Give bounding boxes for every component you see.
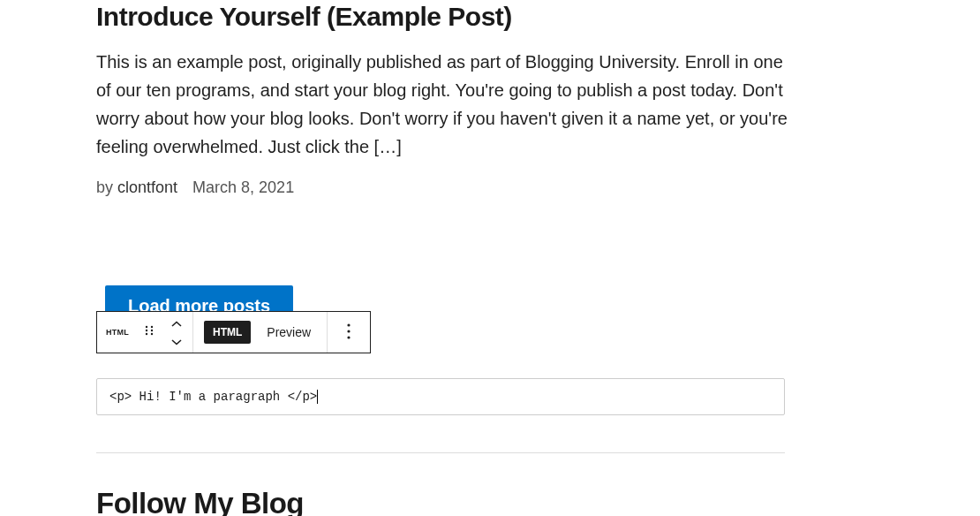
svg-point-5 xyxy=(151,333,153,335)
svg-point-0 xyxy=(146,326,147,328)
section-divider xyxy=(96,452,785,453)
post-title: Introduce Yourself (Example Post) xyxy=(96,2,884,32)
post-author[interactable]: clontfont xyxy=(117,178,177,196)
html-tab-button[interactable]: HTML xyxy=(193,312,251,353)
chevron-up-icon xyxy=(171,317,182,330)
svg-point-4 xyxy=(146,333,147,335)
post-meta: by clontfont March 8, 2021 xyxy=(96,178,884,197)
svg-point-1 xyxy=(151,326,153,328)
by-prefix: by xyxy=(96,178,117,196)
chevron-down-icon xyxy=(171,335,182,348)
html-tab-label: HTML xyxy=(204,321,251,344)
post-title-link[interactable]: Introduce Yourself (Example Post) xyxy=(96,2,512,31)
block-type-button[interactable]: HTML xyxy=(97,312,138,353)
move-up-button[interactable] xyxy=(161,315,192,331)
preview-tab-button[interactable]: Preview xyxy=(251,312,327,353)
drag-icon xyxy=(143,324,155,340)
svg-point-6 xyxy=(348,323,351,326)
svg-point-2 xyxy=(146,330,147,331)
post-date[interactable]: March 8, 2021 xyxy=(192,178,294,196)
more-vertical-icon xyxy=(347,323,351,342)
svg-point-7 xyxy=(348,330,351,332)
move-down-button[interactable] xyxy=(161,333,192,349)
svg-point-3 xyxy=(151,330,153,331)
block-movers xyxy=(161,315,192,349)
more-options-button[interactable] xyxy=(328,312,370,353)
html-code-block[interactable]: <p> Hi! I'm a paragraph </p> xyxy=(96,378,785,415)
block-toolbar: HTML HTML xyxy=(96,311,371,353)
code-content: <p> Hi! I'm a paragraph </p> xyxy=(109,390,317,404)
follow-blog-heading: Follow My Blog xyxy=(96,487,884,516)
svg-point-8 xyxy=(348,336,351,338)
post-excerpt: This is an example post, originally publ… xyxy=(96,48,794,161)
drag-handle[interactable] xyxy=(138,312,161,353)
